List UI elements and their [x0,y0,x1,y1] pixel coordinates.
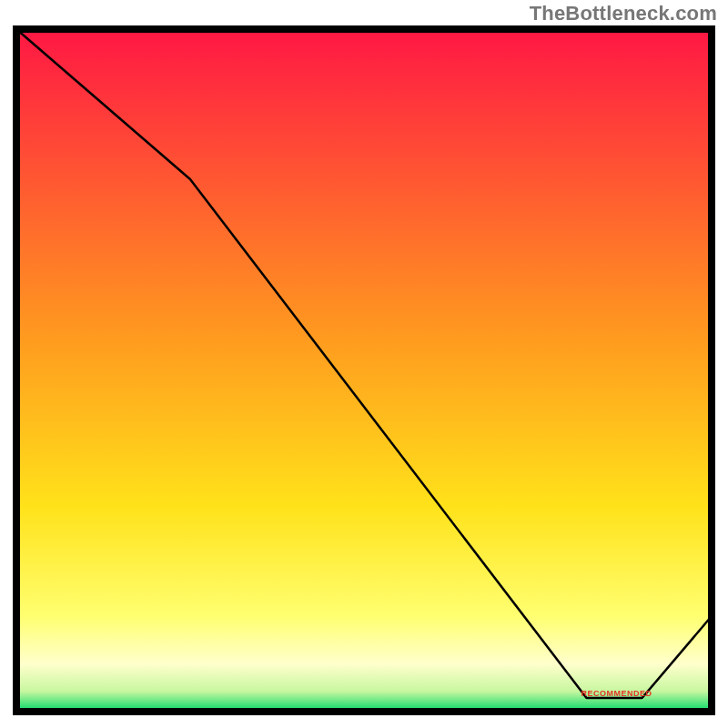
chart-stage: TheBottleneck.com RECOMMENDED [0,0,728,728]
watermark-text: TheBottleneck.com [530,2,717,25]
plot-frame: RECOMMENDED [13,25,715,715]
bottleneck-chart [13,25,715,715]
gradient-background [16,29,712,712]
